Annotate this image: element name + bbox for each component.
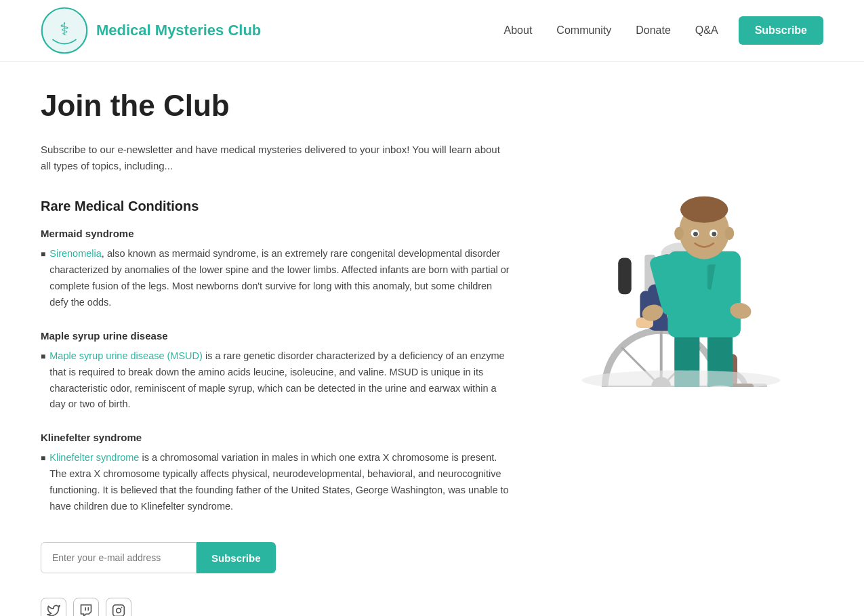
site-header: ⚕ Medical Mysteries Club About Community… [0, 0, 864, 62]
svg-point-56 [581, 371, 780, 387]
condition-text: Sirenomelia, also known as mermaid syndr… [49, 246, 512, 311]
condition-title-klinefelter: Klinefelter syndrome [41, 432, 512, 443]
main-nav: About Community Donate Q&A Subscribe [495, 16, 823, 45]
section-title: Rare Medical Conditions [41, 199, 512, 214]
instagram-icon-link[interactable] [106, 598, 131, 616]
list-item: ■ Sirenomelia, also known as mermaid syn… [41, 246, 512, 311]
twitter-icon-link[interactable] [41, 598, 66, 616]
email-input[interactable] [41, 542, 197, 573]
condition-text: Maple syrup urine disease (MSUD) is a ra… [49, 348, 512, 413]
svg-point-45 [674, 227, 684, 241]
illustration-area [539, 89, 823, 616]
email-subscribe-row: Subscribe [41, 542, 512, 573]
twitch-icon-link[interactable] [73, 598, 99, 616]
content-area: Join the Club Subscribe to our e-newslet… [41, 89, 512, 616]
svg-text:⚕: ⚕ [60, 19, 69, 39]
condition-mermaid: Mermaid syndrome ■ Sirenomelia, also kno… [41, 228, 512, 311]
nav-community[interactable]: Community [547, 19, 621, 42]
intro-text: Subscribe to our e-newsletter and have m… [41, 142, 512, 174]
condition-list-klinefelter: ■ Klinefelter syndrome is a chromosomal … [41, 450, 512, 515]
condition-list-mermaid: ■ Sirenomelia, also known as mermaid syn… [41, 246, 512, 311]
condition-title-mermaid: Mermaid syndrome [41, 228, 512, 239]
site-title: Medical Mysteries Club [96, 22, 261, 39]
twitter-icon [47, 604, 60, 616]
svg-rect-55 [618, 258, 632, 295]
list-item: ■ Maple syrup urine disease (MSUD) is a … [41, 348, 512, 413]
nav-qa[interactable]: Q&A [686, 19, 728, 42]
svg-point-49 [693, 232, 698, 237]
nav-about[interactable]: About [495, 19, 542, 42]
twitch-icon [79, 604, 93, 616]
social-icons-row [41, 598, 512, 616]
svg-rect-4 [113, 605, 125, 616]
condition-text: Klinefelter syndrome is a chromosomal va… [49, 450, 512, 515]
svg-point-50 [712, 232, 716, 237]
list-item: ■ Klinefelter syndrome is a chromosomal … [41, 450, 512, 515]
nav-donate[interactable]: Donate [626, 19, 680, 42]
condition-title-maple: Maple syrup urine disease [41, 330, 512, 342]
condition-klinefelter: Klinefelter syndrome ■ Klinefelter syndr… [41, 432, 512, 515]
logo-link[interactable]: ⚕ Medical Mysteries Club [41, 7, 261, 54]
sirenomelia-link[interactable]: Sirenomelia [49, 248, 102, 259]
msud-link[interactable]: Maple syrup urine disease (MSUD) [49, 350, 203, 361]
logo-icon: ⚕ [41, 7, 88, 54]
condition-maple: Maple syrup urine disease ■ Maple syrup … [41, 330, 512, 413]
instagram-icon [112, 604, 125, 616]
bullet-icon: ■ [41, 248, 45, 311]
email-subscribe-button[interactable]: Subscribe [197, 542, 276, 573]
page-title: Join the Club [41, 89, 512, 123]
medical-illustration [539, 102, 823, 387]
klinefelter-link[interactable]: Klinefelter syndrome [49, 452, 139, 463]
condition-desc-0: , also known as mermaid syndrome, is an … [49, 248, 509, 308]
header-subscribe-button[interactable]: Subscribe [739, 16, 823, 45]
svg-point-44 [680, 197, 728, 223]
condition-list-maple: ■ Maple syrup urine disease (MSUD) is a … [41, 348, 512, 413]
main-content: Join the Club Subscribe to our e-newslet… [0, 62, 864, 616]
bullet-icon: ■ [41, 350, 45, 413]
bullet-icon: ■ [41, 452, 45, 515]
svg-point-46 [724, 227, 734, 241]
